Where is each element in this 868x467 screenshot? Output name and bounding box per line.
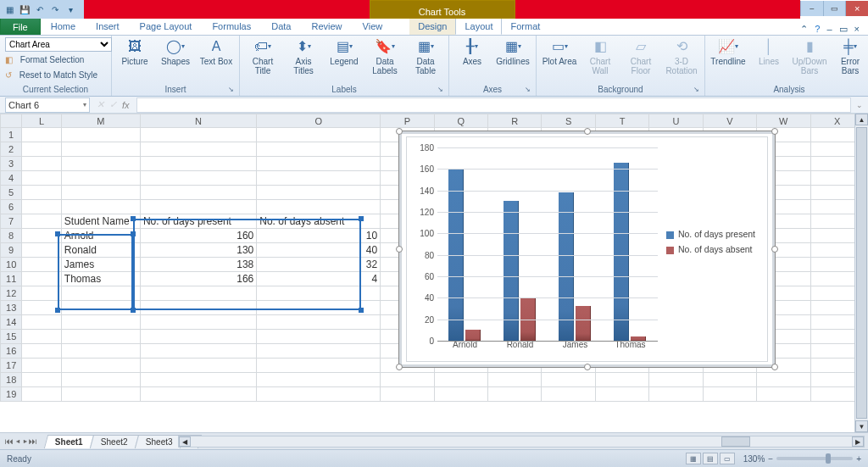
cell[interactable]: 160 bbox=[140, 229, 256, 243]
cell[interactable] bbox=[22, 214, 62, 229]
cell[interactable] bbox=[61, 171, 140, 186]
cell[interactable] bbox=[140, 330, 256, 344]
cell[interactable]: 130 bbox=[140, 243, 256, 258]
cell[interactable]: No. of days absent bbox=[257, 214, 381, 229]
scroll-thumb[interactable] bbox=[721, 436, 750, 447]
sheet-tab[interactable]: Sheet3 bbox=[135, 435, 184, 448]
row-header[interactable]: 15 bbox=[1, 330, 22, 344]
cell[interactable] bbox=[61, 142, 140, 157]
cell[interactable] bbox=[257, 301, 381, 315]
embedded-chart[interactable]: No. of days present No. of days absent 0… bbox=[398, 131, 776, 368]
col-header[interactable]: L bbox=[22, 114, 62, 128]
chart-title-button[interactable]: 🏷Chart Title bbox=[245, 37, 281, 76]
row-header[interactable]: 10 bbox=[1, 258, 22, 272]
tab-view[interactable]: View bbox=[353, 18, 393, 35]
cell[interactable] bbox=[61, 157, 140, 171]
cell[interactable] bbox=[257, 142, 381, 157]
cell[interactable] bbox=[257, 186, 381, 200]
view-page-break-button[interactable]: ▭ bbox=[720, 453, 735, 464]
cell[interactable]: No. of days present bbox=[140, 214, 256, 229]
cell[interactable] bbox=[140, 315, 256, 330]
cell[interactable] bbox=[487, 387, 541, 402]
cell[interactable] bbox=[434, 387, 487, 402]
data-table-button[interactable]: ▦Data Table bbox=[408, 37, 443, 76]
chart-resize-handle[interactable] bbox=[771, 246, 778, 253]
format-selection-button[interactable]: ◧ Format Selection bbox=[5, 53, 84, 67]
cell[interactable] bbox=[140, 344, 256, 359]
cell[interactable]: Ronald bbox=[61, 243, 140, 258]
row-header[interactable]: 6 bbox=[1, 200, 22, 214]
cell[interactable] bbox=[381, 373, 434, 387]
chart-resize-handle[interactable] bbox=[771, 128, 778, 135]
cell[interactable]: 4 bbox=[257, 272, 381, 286]
worksheet[interactable]: LMNOPQRSTUVWX 1234567Student NameNo. of … bbox=[0, 114, 868, 432]
cell[interactable] bbox=[22, 258, 62, 272]
cell[interactable]: Arnold bbox=[61, 229, 140, 243]
tab-layout[interactable]: Layout bbox=[455, 18, 502, 35]
chart-legend[interactable]: No. of days present No. of days absent bbox=[666, 229, 755, 259]
col-header[interactable]: U bbox=[649, 114, 703, 128]
cell[interactable] bbox=[140, 373, 256, 387]
cancel-icon[interactable]: ✕ bbox=[97, 99, 104, 110]
col-header[interactable]: V bbox=[703, 114, 756, 128]
redo-icon[interactable]: ↷ bbox=[49, 3, 61, 15]
cell[interactable]: 32 bbox=[257, 258, 381, 272]
cell[interactable] bbox=[22, 301, 62, 315]
axis-titles-button[interactable]: ⬍Axis Titles bbox=[286, 37, 321, 76]
row-header[interactable]: 7 bbox=[1, 214, 22, 229]
cell[interactable] bbox=[22, 186, 62, 200]
cell[interactable] bbox=[257, 128, 381, 142]
cell[interactable]: 138 bbox=[140, 258, 256, 272]
cell[interactable] bbox=[140, 142, 256, 157]
cell[interactable] bbox=[61, 286, 140, 301]
row-header[interactable]: 4 bbox=[1, 171, 22, 186]
row-header[interactable]: 12 bbox=[1, 286, 22, 301]
cell[interactable]: Student Name bbox=[61, 214, 140, 229]
scroll-thumb[interactable] bbox=[856, 127, 867, 419]
cell[interactable] bbox=[703, 373, 756, 387]
row-header[interactable]: 9 bbox=[1, 243, 22, 258]
select-all[interactable] bbox=[1, 114, 22, 128]
cell[interactable] bbox=[381, 387, 434, 402]
tab-home[interactable]: Home bbox=[41, 18, 86, 35]
row-header[interactable]: 8 bbox=[1, 229, 22, 243]
tab-review[interactable]: Review bbox=[301, 18, 352, 35]
row-header[interactable]: 14 bbox=[1, 315, 22, 330]
cell[interactable] bbox=[434, 373, 487, 387]
expand-formula-bar-icon[interactable]: ⌄ bbox=[856, 101, 863, 109]
cell[interactable] bbox=[140, 359, 256, 373]
cell[interactable] bbox=[140, 301, 256, 315]
view-normal-button[interactable]: ▦ bbox=[686, 453, 701, 464]
cell[interactable] bbox=[487, 373, 541, 387]
chart-resize-handle[interactable] bbox=[771, 364, 778, 370]
cell[interactable] bbox=[257, 387, 381, 402]
row-header[interactable]: 2 bbox=[1, 142, 22, 157]
sheet-tab[interactable]: Sheet2 bbox=[90, 435, 139, 448]
cell[interactable] bbox=[257, 359, 381, 373]
row-header[interactable]: 5 bbox=[1, 186, 22, 200]
row-header[interactable]: 3 bbox=[1, 157, 22, 171]
zoom-in-button[interactable]: + bbox=[856, 454, 861, 464]
cell[interactable] bbox=[257, 286, 381, 301]
cell[interactable] bbox=[649, 373, 703, 387]
view-page-layout-button[interactable]: ▤ bbox=[703, 453, 718, 464]
tab-formulas[interactable]: Formulas bbox=[202, 18, 261, 35]
undo-icon[interactable]: ↶ bbox=[34, 3, 46, 15]
cell[interactable] bbox=[703, 387, 756, 402]
horizontal-scrollbar[interactable]: ◀ ▶ bbox=[178, 436, 865, 448]
enter-icon[interactable]: ✓ bbox=[109, 99, 117, 110]
scroll-right-icon[interactable]: ▶ bbox=[852, 436, 864, 447]
tab-data[interactable]: Data bbox=[261, 18, 301, 35]
save-icon[interactable]: 💾 bbox=[19, 3, 31, 15]
tab-file[interactable]: File bbox=[0, 18, 41, 35]
cell[interactable] bbox=[61, 359, 140, 373]
dialog-launcher-icon[interactable]: ↘ bbox=[437, 84, 443, 96]
zoom-slider-thumb[interactable] bbox=[826, 453, 831, 464]
chart-resize-handle[interactable] bbox=[396, 364, 403, 370]
cell[interactable] bbox=[61, 200, 140, 214]
sheet-tab[interactable]: Sheet1 bbox=[44, 435, 94, 448]
row-header[interactable]: 11 bbox=[1, 272, 22, 286]
cell[interactable] bbox=[22, 243, 62, 258]
col-header[interactable]: M bbox=[61, 114, 140, 128]
shapes-button[interactable]: ◯Shapes bbox=[158, 37, 193, 76]
